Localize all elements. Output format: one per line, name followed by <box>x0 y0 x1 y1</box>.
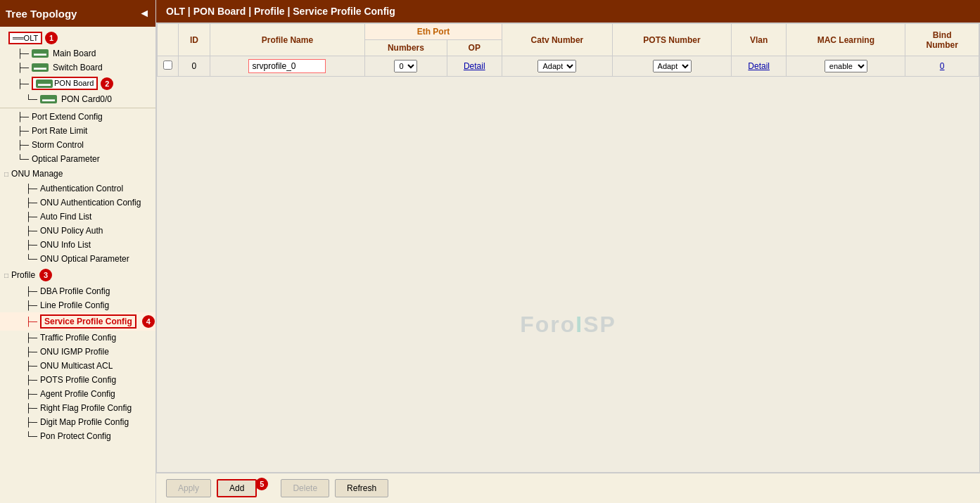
tree-item-pon-card[interactable]: └─ ▬▬ PON Card0/0 <box>0 92 155 106</box>
connector: ├─ <box>25 375 37 385</box>
row-pots[interactable]: Adapt 0 1 <box>613 56 732 77</box>
badge-2: 2 <box>101 77 113 90</box>
sidebar-item-digit-map[interactable]: ├─ Digit Map Profile Config <box>0 415 155 429</box>
row-eth-op[interactable]: Detail <box>447 56 502 77</box>
mac-select[interactable]: enable disable <box>825 60 867 72</box>
delete-button[interactable]: Delete <box>281 479 329 497</box>
sidebar-item-traffic-profile[interactable]: ├─ Traffic Profile Config <box>0 331 155 345</box>
connector: ├─ <box>25 198 37 208</box>
row-profile-name[interactable] <box>210 56 364 77</box>
sidebar-item-onu-optical[interactable]: └─ ONU Optical Parameter <box>0 252 155 266</box>
traffic-profile-label: Traffic Profile Config <box>40 333 116 343</box>
action-bar: Apply Add 5 Delete Refresh <box>156 473 980 503</box>
pon-card-label: PON Card0/0 <box>61 94 112 104</box>
connector: └─ <box>25 431 37 441</box>
onu-multicast-label: ONU Multicast ACL <box>40 361 113 371</box>
pon-protect-label: Pon Protect Config <box>40 431 111 441</box>
profile-section: □ Profile 3 <box>0 266 155 284</box>
sidebar-content: ══OLT 1 ├─ ▬▬ Main Board ├─ ▬▬ Switch Bo… <box>0 27 155 503</box>
onu-auth-label: ONU Authentication Config <box>40 198 141 208</box>
tree-item-pon-board[interactable]: ├─ ▬▬PON Board 2 <box>0 75 155 92</box>
tree-connector-pon: ├─ <box>17 79 29 89</box>
connector: ├─ <box>25 300 37 310</box>
sidebar-item-auto-find[interactable]: ├─ Auto Find List <box>0 210 155 224</box>
badge-4: 4 <box>142 315 155 328</box>
catv-select[interactable]: Adapt 0 1 <box>537 60 576 72</box>
pots-profile-label: POTS Profile Config <box>40 375 116 385</box>
pots-select[interactable]: Adapt 0 1 <box>653 60 692 72</box>
profile-section-label[interactable]: Profile <box>11 270 35 280</box>
auth-control-label: Authentication Control <box>40 184 123 193</box>
apply-button[interactable]: Apply <box>166 479 211 497</box>
connector: ├─ <box>25 184 37 193</box>
sidebar-item-onu-auth[interactable]: ├─ ONU Authentication Config <box>0 196 155 210</box>
sidebar-item-onu-policy[interactable]: ├─ ONU Policy Auth <box>0 224 155 238</box>
tree-item-switch-board[interactable]: ├─ ▬▬ Switch Board <box>0 61 155 75</box>
col-header-checkbox <box>158 24 179 56</box>
add-button[interactable]: Add <box>217 479 257 497</box>
sidebar-item-onu-info[interactable]: ├─ ONU Info List <box>0 238 155 252</box>
connector: ├─ <box>25 240 37 250</box>
sidebar-item-auth-control[interactable]: ├─ Authentication Control <box>0 182 155 196</box>
content-main: ID Profile Name Eth Port Catv Number POT… <box>156 23 980 503</box>
sidebar-item-service-profile[interactable]: ├─ Service Profile Config 4 <box>0 312 155 331</box>
connector: ├─ <box>25 333 37 343</box>
row-checkbox-cell[interactable] <box>158 56 179 77</box>
badge-5: 5 <box>255 478 268 490</box>
line-profile-label: Line Profile Config <box>40 300 109 310</box>
sidebar-item-onu-multicast[interactable]: ├─ ONU Multicast ACL <box>0 359 155 373</box>
connector: ├─ <box>17 126 29 136</box>
onu-manage-section: □ ONU Manage <box>0 166 155 182</box>
connector: ├─ <box>25 317 37 326</box>
col-header-mac: MAC Learning <box>787 24 905 56</box>
tree-connector-switch: ├─ <box>17 63 29 72</box>
sidebar-item-dba-profile[interactable]: ├─ DBA Profile Config <box>0 284 155 298</box>
row-catv[interactable]: Adapt 0 1 <box>502 56 612 77</box>
sidebar: Tree Topology ◄ ══OLT 1 ├─ ▬▬ Main Board… <box>0 0 156 503</box>
sidebar-item-storm-control[interactable]: ├─ Storm Control <box>0 138 155 152</box>
sidebar-item-port-extend[interactable]: ├─ Port Extend Config <box>0 110 155 124</box>
connector: ├─ <box>25 347 37 357</box>
pon-card-icon: ▬▬ <box>40 95 57 103</box>
connector: ├─ <box>25 389 37 399</box>
row-eth-numbers[interactable]: 0 1 2 4 <box>365 56 447 77</box>
expand-icon-profile[interactable]: □ <box>4 272 8 279</box>
switch-board-label: Switch Board <box>53 63 103 72</box>
sidebar-item-right-flag[interactable]: ├─ Right Flag Profile Config <box>0 401 155 415</box>
sidebar-item-pots-profile[interactable]: ├─ POTS Profile Config <box>0 373 155 387</box>
row-mac[interactable]: enable disable <box>787 56 905 77</box>
tree-item-main-board[interactable]: ├─ ▬▬ Main Board <box>0 46 155 61</box>
connector: ├─ <box>17 112 29 122</box>
badge-3: 3 <box>39 269 52 281</box>
sidebar-item-port-rate[interactable]: ├─ Port Rate Limit <box>0 124 155 138</box>
digit-map-label: Digit Map Profile Config <box>40 417 129 427</box>
sidebar-item-agent-profile[interactable]: ├─ Agent Profile Config <box>0 387 155 401</box>
onu-manage-label[interactable]: ONU Manage <box>11 169 63 179</box>
dba-profile-label: DBA Profile Config <box>40 286 110 296</box>
vlan-detail-link[interactable]: Detail <box>748 61 770 71</box>
refresh-button[interactable]: Refresh <box>335 479 388 497</box>
eth-detail-link[interactable]: Detail <box>464 61 485 71</box>
tree-connector-card: └─ <box>25 94 37 104</box>
port-rate-label: Port Rate Limit <box>32 126 87 136</box>
sidebar-item-onu-igmp[interactable]: ├─ ONU IGMP Profile <box>0 345 155 359</box>
optical-param-label: Optical Parameter <box>32 154 100 164</box>
tree-item-olt[interactable]: ══OLT 1 <box>0 30 155 46</box>
sidebar-toggle-icon[interactable]: ◄ <box>139 7 150 20</box>
sidebar-item-pon-protect[interactable]: └─ Pon Protect Config <box>0 429 155 443</box>
col-header-eth-port: Eth Port <box>365 24 502 40</box>
watermark: ForoISP <box>520 312 616 338</box>
expand-icon-onu[interactable]: □ <box>4 170 8 178</box>
sidebar-item-line-profile[interactable]: ├─ Line Profile Config <box>0 298 155 312</box>
badge-1: 1 <box>45 32 58 44</box>
tree-connector-main: ├─ <box>17 49 29 58</box>
storm-control-label: Storm Control <box>32 140 84 150</box>
profile-name-input[interactable] <box>248 59 326 73</box>
row-vlan[interactable]: Detail <box>732 56 787 77</box>
connector: ├─ <box>25 226 37 236</box>
sidebar-item-optical-param[interactable]: └─ Optical Parameter <box>0 152 155 166</box>
connector: ├─ <box>25 417 37 427</box>
eth-numbers-select[interactable]: 0 1 2 4 <box>394 60 417 72</box>
row-checkbox[interactable] <box>163 61 172 70</box>
switch-board-icon: ▬▬ <box>32 63 49 72</box>
